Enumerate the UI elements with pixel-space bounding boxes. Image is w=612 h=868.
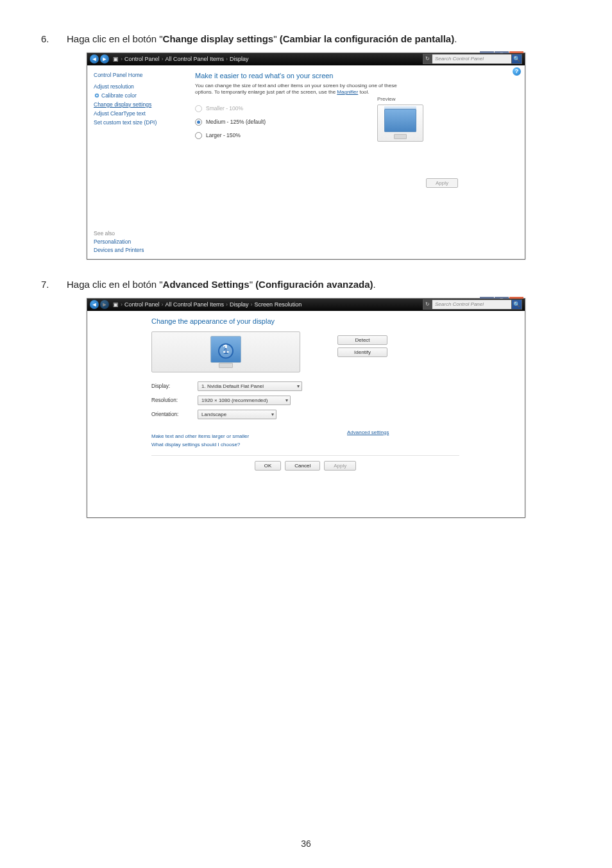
display-fields: Display: 1. Nvidia Default Flat Panel Re…: [151, 381, 459, 419]
gear-icon: [94, 92, 100, 99]
step-6-mid: ": [273, 33, 280, 44]
orientation-label: Orientation:: [151, 412, 191, 417]
step-7-bold: Advanced Settings: [163, 279, 250, 290]
see-also-devices-printers[interactable]: Devices and Printers: [94, 247, 144, 253]
crumb-1[interactable]: All Control Panel Items: [166, 301, 225, 308]
radio-larger[interactable]: Larger - 150%: [195, 132, 513, 139]
title-bar: ◄ ► ▣› Control Panel› All Control Panel …: [87, 53, 525, 65]
sidebar: Control Panel Home Adjust resolution Cal…: [87, 65, 183, 259]
resolution-dropdown[interactable]: 1920 × 1080 (recommended): [198, 396, 291, 405]
search-icon[interactable]: 🔍: [512, 299, 522, 310]
step-7-text: Haga clic en el botón "Advanced Settings…: [67, 278, 376, 292]
radio-medium[interactable]: Medium - 125% (default): [195, 119, 513, 126]
sidebar-link-cleartype[interactable]: Adjust ClearType text: [94, 110, 177, 117]
ok-button[interactable]: OK: [255, 461, 282, 471]
back-button[interactable]: ◄: [90, 300, 99, 309]
breadcrumb[interactable]: ▣› Control Panel› All Control Panel Item…: [113, 56, 423, 62]
main-panel: ? Make it easier to read what's on your …: [183, 65, 525, 259]
radio-icon: [195, 119, 202, 126]
radio-smaller-label: Smaller - 100%: [206, 105, 243, 112]
window-body: Change the appearance of your display 1 …: [87, 311, 525, 517]
radio-smaller[interactable]: Smaller - 100%: [195, 105, 513, 112]
monitor-selector[interactable]: 1 1: [151, 331, 300, 372]
magnifier-link[interactable]: Magnifier: [337, 89, 358, 95]
identify-button[interactable]: Identify: [337, 347, 387, 357]
main-description: You can change the size of text and othe…: [195, 83, 407, 96]
step-6-pre: Haga clic en el botón ": [67, 33, 163, 44]
step-6: 6. Haga clic en el botón "Change display…: [41, 32, 571, 46]
see-also-personalization[interactable]: Personalization: [94, 238, 144, 245]
radio-icon: [195, 105, 202, 112]
sidebar-link-calibrate-color[interactable]: Calibrate color: [94, 92, 177, 99]
main-heading: Make it easier to read what's on your sc…: [195, 72, 513, 79]
detect-button[interactable]: Detect: [337, 335, 387, 345]
sidebar-link-change-display-settings[interactable]: Change display settings: [94, 101, 177, 108]
crumb-0[interactable]: Control Panel: [124, 301, 160, 308]
step-6-paren: (Cambiar la configuración de pantalla): [280, 33, 455, 44]
dialog-buttons: OK Cancel Apply: [151, 461, 459, 471]
radio-icon: [195, 132, 202, 139]
scale-radio-group: Smaller - 100% Medium - 125% (default) L…: [195, 105, 513, 139]
help-links: Make text and other items larger or smal…: [151, 433, 459, 447]
advanced-settings-link[interactable]: Advanced settings: [347, 430, 389, 435]
title-bar: ◄ ► ▣› Control Panel› All Control Panel …: [87, 299, 525, 311]
nav-buttons: ◄ ►: [90, 300, 109, 309]
step-7-mid: ": [250, 279, 256, 290]
help-icon[interactable]: ?: [513, 67, 521, 76]
apply-button[interactable]: Apply: [426, 178, 458, 188]
back-button[interactable]: ◄: [90, 54, 99, 63]
display-dropdown[interactable]: 1. Nvidia Default Flat Panel: [198, 381, 302, 391]
heading: Change the appearance of your display: [151, 317, 459, 325]
page-number: 36: [0, 839, 612, 849]
step-6-tail: .: [454, 33, 457, 44]
cancel-button[interactable]: Cancel: [285, 461, 320, 471]
search-input[interactable]: Search Control Panel: [432, 299, 512, 310]
step-6-text: Haga clic en el botón "Change display se…: [67, 32, 457, 46]
sidebar-home[interactable]: Control Panel Home: [94, 72, 177, 78]
svg-point-1: [96, 95, 98, 96]
preview-label: Preview: [377, 96, 423, 102]
step-7-pre: Haga clic en el botón ": [67, 279, 163, 290]
breadcrumb[interactable]: ▣› Control Panel› All Control Panel Item…: [113, 301, 423, 308]
forward-button[interactable]: ►: [100, 300, 109, 309]
crumb-2[interactable]: Display: [230, 301, 249, 308]
step-6-bold: Change display settings: [163, 33, 274, 44]
monitor-preview-icon: [377, 104, 423, 142]
step-7-num: 7.: [41, 278, 55, 292]
divider: [151, 455, 459, 456]
radio-medium-label: Medium - 125% (default): [206, 119, 266, 125]
search-input[interactable]: Search Control Panel: [432, 54, 512, 64]
display-label: Display:: [151, 383, 191, 389]
search-icon[interactable]: 🔍: [512, 54, 522, 64]
detect-identify-group: Detect Identify: [337, 335, 387, 357]
see-also: See also Personalization Devices and Pri…: [94, 228, 144, 255]
link-what-display-settings[interactable]: What display settings should I choose?: [151, 442, 459, 447]
step-7-tail: .: [373, 279, 375, 290]
search-wrap: ↻ Search Control Panel 🔍: [423, 299, 522, 310]
crumb-0[interactable]: Control Panel: [124, 56, 160, 62]
sidebar-link-dpi[interactable]: Set custom text size (DPI): [94, 119, 177, 126]
crumb-1[interactable]: All Control Panel Items: [166, 56, 225, 62]
sidebar-link-adjust-resolution[interactable]: Adjust resolution: [94, 83, 177, 90]
monitor-1-icon[interactable]: 1 1: [210, 336, 241, 368]
refresh-icon[interactable]: ↻: [423, 54, 432, 64]
step-6-num: 6.: [41, 32, 55, 46]
see-also-header: See also: [94, 230, 144, 237]
crumb-3[interactable]: Screen Resolution: [255, 301, 302, 308]
radio-larger-label: Larger - 150%: [206, 132, 241, 138]
link-make-text-larger[interactable]: Make text and other items larger or smal…: [151, 433, 459, 439]
step-7: 7. Haga clic en el botón "Advanced Setti…: [41, 278, 571, 292]
apply-button[interactable]: Apply: [324, 461, 356, 471]
window-body: Control Panel Home Adjust resolution Cal…: [87, 65, 525, 259]
nav-buttons: ◄ ►: [90, 54, 109, 63]
preview-box: Preview: [377, 96, 423, 142]
calibrate-label: Calibrate color: [101, 92, 137, 99]
resolution-label: Resolution:: [151, 397, 191, 403]
orientation-dropdown[interactable]: Landscape: [198, 410, 276, 419]
window-screen-resolution: — ▢ X ◄ ► ▣› Control Panel› All Control …: [87, 298, 525, 518]
forward-button[interactable]: ►: [100, 54, 109, 63]
crumb-2[interactable]: Display: [230, 56, 249, 62]
refresh-icon[interactable]: ↻: [423, 299, 432, 310]
search-wrap: ↻ Search Control Panel 🔍: [423, 54, 522, 64]
callout-number-icon: 1: [218, 343, 234, 358]
